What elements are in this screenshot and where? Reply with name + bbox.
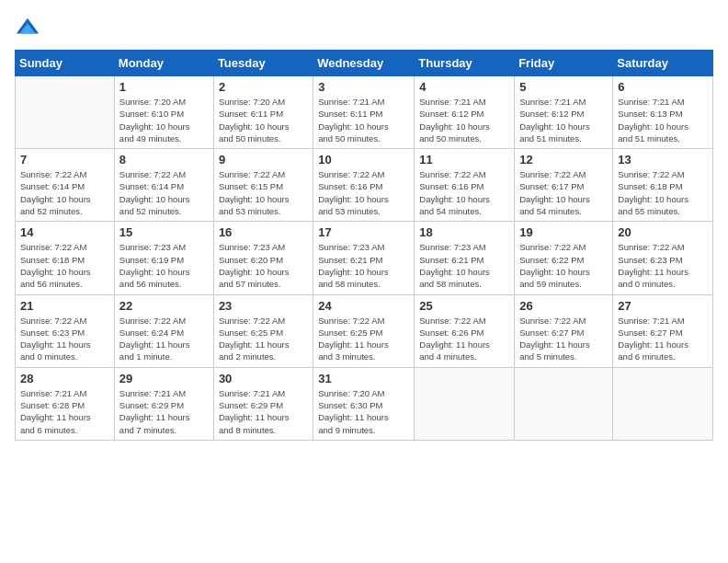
day-number: 10 [318,153,409,167]
day-info: Sunrise: 7:22 AMSunset: 6:16 PMDaylight:… [318,168,409,217]
day-number: 9 [219,153,308,167]
day-info: Sunrise: 7:22 AMSunset: 6:25 PMDaylight:… [318,315,409,363]
calendar-cell [415,367,515,440]
calendar-header-saturday: Saturday [613,51,713,76]
day-number: 22 [119,299,209,313]
calendar-cell: 10Sunrise: 7:22 AMSunset: 6:16 PMDayligh… [313,149,415,222]
calendar-cell: 13Sunrise: 7:22 AMSunset: 6:18 PMDayligh… [613,149,713,222]
day-info: Sunrise: 7:22 AMSunset: 6:27 PMDaylight:… [519,315,608,363]
day-number: 6 [618,80,708,94]
day-number: 25 [419,299,509,313]
day-number: 1 [119,80,209,94]
calendar-cell: 4Sunrise: 7:21 AMSunset: 6:12 PMDaylight… [415,76,515,149]
calendar-cell: 21Sunrise: 7:22 AMSunset: 6:23 PMDayligh… [16,294,115,367]
day-info: Sunrise: 7:20 AMSunset: 6:10 PMDaylight:… [119,96,209,144]
calendar-week-row-3: 14Sunrise: 7:22 AMSunset: 6:18 PMDayligh… [16,222,713,294]
calendar-cell: 11Sunrise: 7:22 AMSunset: 6:16 PMDayligh… [415,149,515,222]
calendar-cell: 20Sunrise: 7:22 AMSunset: 6:23 PMDayligh… [613,222,713,294]
calendar-cell: 9Sunrise: 7:22 AMSunset: 6:15 PMDaylight… [213,149,313,222]
calendar-header-monday: Monday [114,51,213,76]
day-number: 29 [119,372,209,385]
day-number: 2 [219,80,308,94]
calendar-cell: 18Sunrise: 7:23 AMSunset: 6:21 PMDayligh… [415,222,515,294]
calendar-week-row-2: 7Sunrise: 7:22 AMSunset: 6:14 PMDaylight… [16,149,713,222]
calendar-cell [613,367,713,440]
calendar-cell: 1Sunrise: 7:20 AMSunset: 6:10 PMDaylight… [114,76,213,149]
day-number: 8 [119,153,209,167]
day-info: Sunrise: 7:22 AMSunset: 6:18 PMDaylight:… [20,241,109,290]
day-number: 28 [20,372,109,385]
calendar-cell: 24Sunrise: 7:22 AMSunset: 6:25 PMDayligh… [313,294,415,367]
calendar-header-tuesday: Tuesday [213,51,313,76]
day-number: 26 [519,299,608,313]
day-number: 14 [20,225,109,239]
logo-icon [15,15,40,40]
day-number: 20 [618,225,708,239]
day-number: 3 [318,80,409,94]
day-info: Sunrise: 7:21 AMSunset: 6:29 PMDaylight:… [119,387,209,436]
calendar-cell: 29Sunrise: 7:21 AMSunset: 6:29 PMDayligh… [114,367,213,440]
page-header [15,15,713,40]
calendar-cell: 25Sunrise: 7:22 AMSunset: 6:26 PMDayligh… [415,294,515,367]
logo [15,15,44,40]
calendar-cell [16,76,115,149]
calendar-cell: 23Sunrise: 7:22 AMSunset: 6:25 PMDayligh… [213,294,313,367]
day-info: Sunrise: 7:22 AMSunset: 6:17 PMDaylight:… [519,168,608,217]
day-number: 27 [618,299,708,313]
day-info: Sunrise: 7:21 AMSunset: 6:28 PMDaylight:… [20,387,109,436]
calendar-week-row-1: 1Sunrise: 7:20 AMSunset: 6:10 PMDaylight… [16,76,713,149]
calendar-cell: 27Sunrise: 7:21 AMSunset: 6:27 PMDayligh… [613,294,713,367]
calendar-cell: 3Sunrise: 7:21 AMSunset: 6:11 PMDaylight… [313,76,415,149]
day-number: 13 [618,153,708,167]
day-number: 19 [519,225,608,239]
day-number: 16 [219,225,308,239]
day-number: 31 [318,372,409,385]
day-number: 11 [419,153,509,167]
calendar-cell: 19Sunrise: 7:22 AMSunset: 6:22 PMDayligh… [515,222,613,294]
calendar-cell [515,367,613,440]
day-info: Sunrise: 7:23 AMSunset: 6:19 PMDaylight:… [119,241,209,290]
calendar-cell: 15Sunrise: 7:23 AMSunset: 6:19 PMDayligh… [114,222,213,294]
calendar-header-friday: Friday [515,51,613,76]
calendar-week-row-4: 21Sunrise: 7:22 AMSunset: 6:23 PMDayligh… [16,294,713,367]
day-info: Sunrise: 7:20 AMSunset: 6:11 PMDaylight:… [219,96,308,144]
calendar-cell: 8Sunrise: 7:22 AMSunset: 6:14 PMDaylight… [114,149,213,222]
day-number: 17 [318,225,409,239]
day-info: Sunrise: 7:22 AMSunset: 6:14 PMDaylight:… [119,168,209,217]
calendar-cell: 31Sunrise: 7:20 AMSunset: 6:30 PMDayligh… [313,367,415,440]
calendar-cell: 7Sunrise: 7:22 AMSunset: 6:14 PMDaylight… [16,149,115,222]
day-info: Sunrise: 7:21 AMSunset: 6:27 PMDaylight:… [618,315,708,363]
day-info: Sunrise: 7:22 AMSunset: 6:24 PMDaylight:… [119,315,209,363]
day-info: Sunrise: 7:22 AMSunset: 6:23 PMDaylight:… [20,315,109,363]
day-info: Sunrise: 7:22 AMSunset: 6:18 PMDaylight:… [618,168,708,217]
calendar-header-thursday: Thursday [415,51,515,76]
calendar-header-sunday: Sunday [16,51,115,76]
calendar-cell: 30Sunrise: 7:21 AMSunset: 6:29 PMDayligh… [213,367,313,440]
day-info: Sunrise: 7:23 AMSunset: 6:21 PMDaylight:… [419,241,509,290]
day-info: Sunrise: 7:22 AMSunset: 6:15 PMDaylight:… [219,168,308,217]
day-number: 5 [519,80,608,94]
calendar-cell: 12Sunrise: 7:22 AMSunset: 6:17 PMDayligh… [515,149,613,222]
day-number: 30 [219,372,308,385]
day-number: 7 [20,153,109,167]
calendar-cell: 17Sunrise: 7:23 AMSunset: 6:21 PMDayligh… [313,222,415,294]
day-number: 24 [318,299,409,313]
day-info: Sunrise: 7:23 AMSunset: 6:20 PMDaylight:… [219,241,308,290]
day-info: Sunrise: 7:22 AMSunset: 6:14 PMDaylight:… [20,168,109,217]
day-info: Sunrise: 7:22 AMSunset: 6:26 PMDaylight:… [419,315,509,363]
day-info: Sunrise: 7:21 AMSunset: 6:11 PMDaylight:… [318,96,409,144]
day-number: 4 [419,80,509,94]
calendar-cell: 5Sunrise: 7:21 AMSunset: 6:12 PMDaylight… [515,76,613,149]
calendar-cell: 16Sunrise: 7:23 AMSunset: 6:20 PMDayligh… [213,222,313,294]
day-info: Sunrise: 7:22 AMSunset: 6:16 PMDaylight:… [419,168,509,217]
day-number: 15 [119,225,209,239]
day-info: Sunrise: 7:22 AMSunset: 6:22 PMDaylight:… [519,241,608,290]
calendar-week-row-5: 28Sunrise: 7:21 AMSunset: 6:28 PMDayligh… [16,367,713,440]
day-number: 18 [419,225,509,239]
day-number: 21 [20,299,109,313]
day-info: Sunrise: 7:22 AMSunset: 6:25 PMDaylight:… [219,315,308,363]
calendar-cell: 14Sunrise: 7:22 AMSunset: 6:18 PMDayligh… [16,222,115,294]
calendar-cell: 26Sunrise: 7:22 AMSunset: 6:27 PMDayligh… [515,294,613,367]
day-info: Sunrise: 7:21 AMSunset: 6:12 PMDaylight:… [419,96,509,144]
calendar-cell: 22Sunrise: 7:22 AMSunset: 6:24 PMDayligh… [114,294,213,367]
